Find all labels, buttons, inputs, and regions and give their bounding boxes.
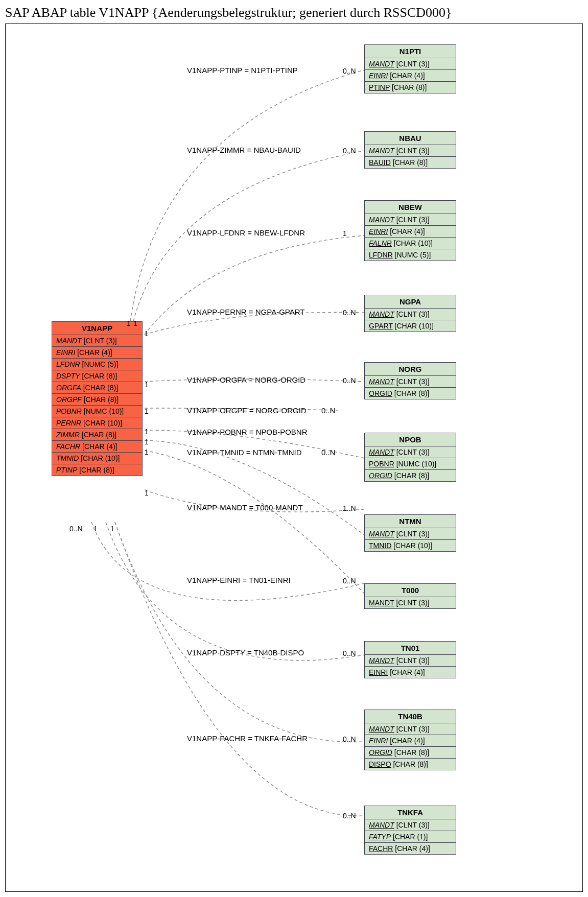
entity-header: NGPA (365, 295, 456, 309)
field-row: DISPO [CHAR (8)] (365, 759, 456, 770)
field-row: ORGID [CHAR (8)] (365, 470, 456, 481)
field-row: LFDNR [NUMC (5)] (365, 249, 456, 261)
entity-tn40b: TN40BMANDT [CLNT (3)]EINRI [CHAR (4)]ORG… (364, 710, 456, 770)
entity-npob: NPOBMANDT [CLNT (3)]POBNR [NUMC (10)]ORG… (364, 433, 456, 482)
entity-nbew: NBEWMANDT [CLNT (3)]EINRI [CHAR (4)]FALN… (364, 200, 456, 261)
cardinality: 1 (145, 329, 149, 338)
field-row: EINRI [CHAR (4)] (365, 667, 456, 678)
field-row: PTINP [CHAR (8)] (52, 464, 142, 476)
cardinality: 1..N (343, 504, 356, 512)
cardinality: 0..N (343, 649, 356, 657)
cardinality: 0..N (69, 525, 83, 533)
field-row: EINRI [CHAR (4)] (52, 347, 142, 359)
field-row: TMNID [CHAR (10)] (52, 453, 142, 464)
field-row: FATYP [CHAR (1)] (365, 831, 456, 843)
er-diagram: V1NAPP MANDT [CLNT (3)]EINRI [CHAR (4)]L… (5, 23, 583, 892)
field-row: MANDT [CLNT (3)] (365, 145, 456, 157)
cardinality: 0..N (343, 67, 356, 75)
field-row: MANDT [CLNT (3)] (365, 597, 456, 608)
relation-label: V1NAPP-LFDNR = NBEW-LFDNR (187, 228, 305, 237)
cardinality: 1 (93, 525, 98, 533)
entity-norg: NORGMANDT [CLNT (3)]ORGID [CHAR (8)] (364, 362, 456, 399)
entity-header: TN40B (365, 710, 456, 723)
field-row: MANDT [CLNT (3)] (365, 528, 456, 540)
relation-label: V1NAPP-DSPTY = TN40B-DISPO (187, 648, 304, 657)
cardinality: 1 (343, 229, 347, 238)
field-row: FALNR [CHAR (10)] (365, 238, 456, 249)
relation-label: V1NAPP-ORGPF = NORG-ORGID (187, 406, 307, 415)
cardinality: 0..N (343, 309, 356, 317)
field-row: MANDT [CLNT (3)] (365, 214, 456, 226)
cardinality: 1 (145, 489, 149, 497)
entity-nbau: NBAUMANDT [CLNT (3)]BAUID [CHAR (8)] (364, 131, 456, 169)
field-row: ORGID [CHAR (8)] (365, 388, 456, 399)
cardinality: 1 (110, 525, 114, 533)
cardinality: 1 (145, 428, 149, 436)
cardinality: 0..N (343, 376, 356, 385)
entity-header: NPOB (365, 433, 456, 446)
field-row: MANDT [CLNT (3)] (365, 723, 456, 735)
cardinality: 1 (127, 319, 131, 327)
field-row: MANDT [CLNT (3)] (365, 819, 456, 831)
field-row: MANDT [CLNT (3)] (52, 335, 142, 347)
field-row: ORGID [CHAR (8)] (365, 747, 456, 759)
cardinality: 1 (145, 448, 149, 456)
entity-header: NORG (365, 363, 456, 376)
field-row: MANDT [CLNT (3)] (365, 655, 456, 667)
field-row: BAUID [CHAR (8)] (365, 157, 456, 168)
cardinality: 0..N (343, 812, 356, 820)
field-row: MANDT [CLNT (3)] (365, 376, 456, 388)
relation-label: V1NAPP-PTINP = N1PTI-PTINP (187, 66, 298, 75)
relation-label: V1NAPP-TMNID = NTMN-TMNID (187, 448, 302, 457)
field-row: POBNR [NUMC (10)] (365, 458, 456, 470)
entity-header: N1PTI (365, 45, 456, 58)
relation-label: V1NAPP-PERNR = NGPA-GPART (187, 308, 304, 316)
field-row: DSPTY [CHAR (8)] (52, 370, 142, 382)
cardinality: 1 (133, 319, 137, 327)
field-row: LFDNR [NUMC (5)] (52, 359, 142, 370)
entity-tnkfa: TNKFAMANDT [CLNT (3)]FATYP [CHAR (1)]FAC… (364, 806, 456, 855)
entity-header: TN01 (365, 642, 456, 655)
field-row: MANDT [CLNT (3)] (365, 58, 456, 70)
field-row: MANDT [CLNT (3)] (365, 309, 456, 320)
entity-tn01: TN01MANDT [CLNT (3)]EINRI [CHAR (4)] (364, 641, 456, 678)
field-row: TMNID [CHAR (10)] (365, 540, 456, 551)
entity-n1pti: N1PTIMANDT [CLNT (3)]EINRI [CHAR (4)]PTI… (364, 44, 456, 93)
cardinality: 1 (145, 438, 149, 446)
field-row: ZIMMR [CHAR (8)] (52, 429, 142, 441)
relation-label: V1NAPP-POBNR = NPOB-POBNR (187, 428, 307, 436)
relation-label: V1NAPP-FACHR = TNKFA-FACHR (187, 734, 308, 743)
page-title: SAP ABAP table V1NAPP {Aenderungsbelegst… (5, 5, 588, 20)
entity-header: NBAU (365, 132, 456, 145)
cardinality: 0..N (343, 735, 356, 743)
field-row: ORGFA [CHAR (8)] (52, 382, 142, 394)
entity-header: NBEW (365, 201, 456, 214)
cardinality: 0..N (343, 577, 356, 585)
field-row: POBNR [NUMC (10)] (52, 406, 142, 417)
entity-t000: T000MANDT [CLNT (3)] (364, 583, 456, 609)
entity-header: NTMN (365, 515, 456, 528)
field-row: FACHR [CHAR (4)] (52, 441, 142, 453)
relation-label: 0..N (321, 448, 336, 457)
field-row: MANDT [CLNT (3)] (365, 446, 456, 458)
field-row: PTINP [CHAR (8)] (365, 82, 456, 93)
field-row: EINRI [CHAR (4)] (365, 226, 456, 238)
relation-label: V1NAPP-EINRI = TN01-EINRI (187, 576, 291, 584)
relation-label: 0..N (321, 406, 336, 415)
entity-v1napp: V1NAPP MANDT [CLNT (3)]EINRI [CHAR (4)]L… (52, 321, 143, 476)
entity-ntmn: NTMNMANDT [CLNT (3)]TMNID [CHAR (10)] (364, 514, 456, 552)
cardinality: 1 (145, 381, 149, 389)
relation-label: V1NAPP-ZIMMR = NBAU-BAUID (187, 146, 301, 154)
entity-ngpa: NGPAMANDT [CLNT (3)]GPART [CHAR (10)] (364, 295, 456, 332)
relation-label: V1NAPP-MANDT = T000-MANDT (187, 503, 303, 512)
field-row: GPART [CHAR (10)] (365, 320, 456, 332)
field-row: EINRI [CHAR (4)] (365, 735, 456, 747)
entity-header: TNKFA (365, 806, 456, 819)
field-row: ORGPF [CHAR (8)] (52, 394, 142, 406)
cardinality: 1 (145, 407, 149, 415)
relation-label: V1NAPP-ORGFA = NORG-ORGID (187, 375, 305, 384)
field-row: FACHR [CHAR (4)] (365, 843, 456, 854)
field-row: EINRI [CHAR (4)] (365, 70, 456, 82)
cardinality: 0..N (343, 147, 356, 155)
field-row: PERNR [CHAR (10)] (52, 417, 142, 429)
